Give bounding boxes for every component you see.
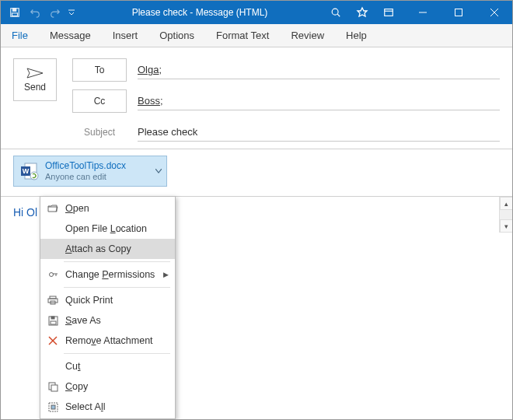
- tab-insert[interactable]: Insert: [102, 24, 149, 47]
- save-icon: [45, 316, 61, 326]
- compose-header: Send To Olga; Cc Boss; Subject Please ch…: [1, 47, 512, 149]
- send-button[interactable]: Send: [13, 58, 57, 101]
- ribbon-tabs: File Message Insert Options Format Text …: [1, 24, 512, 47]
- quick-access-toolbar: [1, 3, 77, 22]
- cc-field[interactable]: Boss;: [138, 92, 500, 110]
- svg-point-14: [30, 172, 38, 180]
- undo-icon[interactable]: [26, 3, 44, 22]
- svg-rect-5: [385, 9, 393, 16]
- subject-label: Subject: [72, 127, 127, 138]
- svg-rect-20: [51, 317, 54, 319]
- svg-rect-25: [51, 385, 58, 391]
- window-title: Please check - Message (HTML): [77, 7, 323, 18]
- attachment-name: OfficeToolTips.docx: [45, 161, 126, 171]
- close-button[interactable]: [476, 1, 512, 24]
- submenu-arrow-icon: ▶: [163, 271, 169, 278]
- cc-button[interactable]: Cc: [72, 89, 127, 113]
- tab-format-text[interactable]: Format Text: [205, 24, 280, 47]
- tab-options[interactable]: Options: [148, 24, 205, 47]
- print-icon: [45, 295, 61, 306]
- tab-message[interactable]: Message: [39, 24, 102, 47]
- ribbon-display-icon[interactable]: [375, 1, 402, 24]
- menu-attach-as-copy[interactable]: Attach as Copy: [40, 239, 175, 259]
- scroll-down-icon[interactable]: ▾: [500, 219, 513, 233]
- menu-separator: [64, 353, 170, 354]
- title-bar: Please check - Message (HTML): [1, 1, 512, 24]
- redo-icon[interactable]: [46, 3, 65, 22]
- svg-rect-1: [12, 9, 16, 12]
- menu-cut[interactable]: Cut: [40, 356, 175, 376]
- save-icon[interactable]: [5, 3, 24, 22]
- svg-rect-21: [51, 321, 56, 324]
- permissions-icon: [45, 269, 61, 280]
- maximize-button[interactable]: [441, 1, 476, 24]
- vertical-scrollbar[interactable]: ▴ ▾: [499, 197, 512, 233]
- svg-rect-27: [51, 405, 55, 409]
- menu-remove-attachment[interactable]: Remove Attachment: [40, 331, 175, 351]
- attachment-bar: W OfficeToolTips.docx Anyone can edit: [1, 149, 512, 197]
- menu-copy[interactable]: Copy: [40, 376, 175, 397]
- svg-point-3: [332, 9, 338, 15]
- to-recipient: Olga: [138, 64, 159, 75]
- cc-recipient: Boss: [138, 95, 160, 107]
- select-all-icon: [45, 402, 61, 412]
- qat-dropdown-icon[interactable]: [66, 3, 77, 22]
- svg-line-4: [337, 14, 340, 16]
- to-field[interactable]: Olga;: [138, 61, 500, 79]
- menu-select-all[interactable]: Select All: [40, 397, 175, 417]
- svg-point-15: [50, 273, 54, 277]
- to-button[interactable]: To: [72, 58, 127, 82]
- svg-rect-8: [455, 9, 462, 16]
- subject-value: Please check: [138, 126, 197, 138]
- menu-separator: [64, 261, 170, 262]
- tab-review[interactable]: Review: [280, 24, 335, 47]
- tab-help[interactable]: Help: [335, 24, 378, 47]
- menu-quick-print[interactable]: Quick Print: [40, 290, 175, 310]
- word-doc-icon: W: [19, 160, 40, 182]
- attachment-subtitle: Anyone can edit: [45, 172, 126, 181]
- send-label: Send: [24, 82, 46, 93]
- attachment-chip[interactable]: W OfficeToolTips.docx Anyone can edit: [13, 156, 167, 187]
- svg-rect-2: [12, 13, 18, 16]
- search-icon[interactable]: [323, 1, 349, 24]
- menu-change-permissions[interactable]: Change Permissions ▶: [40, 264, 175, 285]
- attachment-context-menu: Open Open File Location Attach as Copy C…: [40, 196, 176, 419]
- menu-separator: [64, 287, 170, 288]
- title-bar-tools: [323, 1, 402, 24]
- svg-text:W: W: [23, 167, 30, 175]
- copy-icon: [45, 382, 61, 392]
- minimize-button[interactable]: [405, 1, 441, 24]
- tab-file[interactable]: File: [1, 24, 39, 47]
- coming-soon-icon[interactable]: [349, 1, 375, 24]
- menu-save-as[interactable]: Save As: [40, 310, 175, 331]
- remove-icon: [45, 336, 61, 345]
- window-controls: [405, 1, 512, 24]
- menu-open[interactable]: Open: [40, 198, 175, 219]
- chevron-down-icon[interactable]: [155, 169, 162, 173]
- menu-open-file-location[interactable]: Open File Location: [40, 219, 175, 239]
- folder-open-icon: [45, 204, 61, 213]
- scroll-up-icon[interactable]: ▴: [500, 197, 513, 210]
- subject-field[interactable]: Please check: [138, 123, 500, 142]
